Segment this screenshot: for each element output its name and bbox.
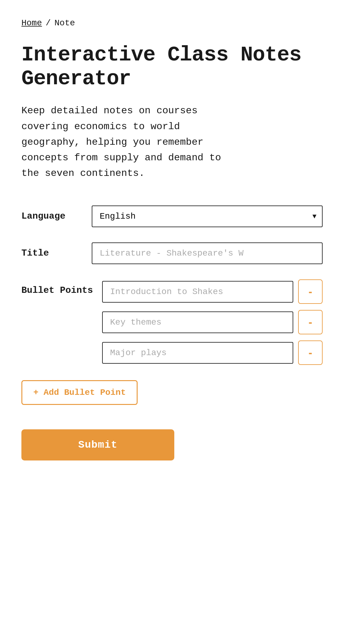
language-control: English Spanish French German Chinese ▼ (92, 206, 323, 227)
bullet-point-row-3: - (102, 340, 323, 365)
language-select-wrapper: English Spanish French German Chinese ▼ (92, 206, 323, 227)
remove-bullet-button-2[interactable]: - (298, 310, 323, 334)
breadcrumb-current: Note (54, 18, 75, 28)
page-title: Interactive Class Notes Generator (21, 43, 323, 91)
breadcrumb: Home / Note (21, 18, 323, 28)
bullet-points-control: - - - (102, 279, 323, 365)
bullet-points-label: Bullet Points (21, 279, 93, 296)
title-input[interactable] (92, 242, 323, 264)
notes-form: Language English Spanish French German C… (21, 206, 323, 460)
submit-button[interactable]: Submit (21, 429, 174, 460)
title-control (92, 242, 323, 264)
bullet-point-row-2: - (102, 310, 323, 334)
language-row: Language English Spanish French German C… (21, 206, 323, 227)
bullet-point-row-1: - (102, 279, 323, 304)
page-description: Keep detailed notes on courses covering … (21, 103, 235, 181)
add-bullet-point-button[interactable]: + Add Bullet Point (21, 380, 138, 405)
bullet-input-3[interactable] (102, 342, 293, 364)
bullet-points-row: Bullet Points - - - (21, 279, 323, 365)
bullet-input-2[interactable] (102, 311, 293, 333)
bullet-input-1[interactable] (102, 281, 293, 303)
breadcrumb-separator: / (46, 18, 51, 28)
breadcrumb-home-link[interactable]: Home (21, 18, 42, 28)
title-label: Title (21, 242, 83, 258)
remove-bullet-button-3[interactable]: - (298, 340, 323, 365)
language-select[interactable]: English Spanish French German Chinese (92, 206, 323, 227)
remove-bullet-button-1[interactable]: - (298, 279, 323, 304)
language-label: Language (21, 206, 83, 221)
title-row: Title (21, 242, 323, 264)
